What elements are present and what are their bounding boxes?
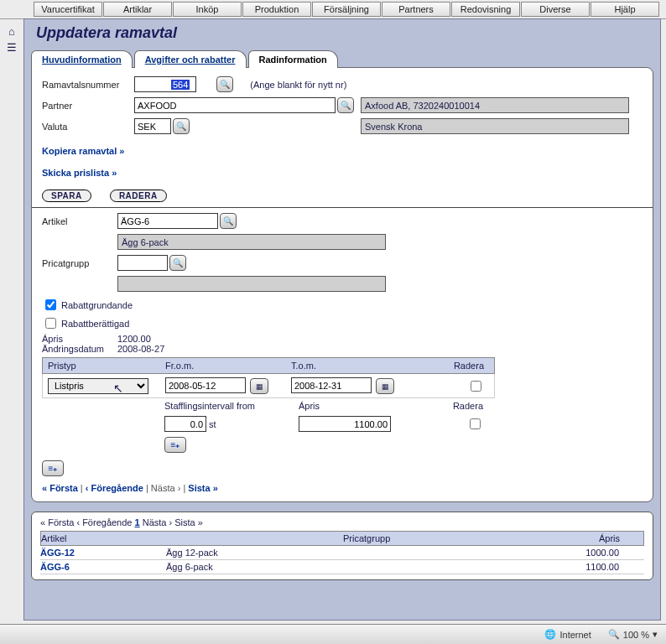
status-zoom[interactable]: 🔍 100 % ▾ (608, 629, 658, 640)
row-apris: 1000.00 (485, 548, 619, 558)
lp-prev[interactable]: ‹ Föregående (76, 517, 132, 527)
qty-unit: st (209, 419, 216, 429)
pricat-lookup-icon[interactable]: 🔍 (169, 255, 186, 271)
menu-hjalp[interactable]: Hjälp (591, 2, 659, 17)
ramavtal-input[interactable]: 564 (171, 80, 190, 90)
ramavtal-label: Ramavtalsnummer (42, 80, 134, 90)
status-zone: 🌐 Internet (544, 629, 591, 640)
price-input[interactable] (299, 416, 391, 432)
changed-value: 2008-08-27 (117, 344, 164, 354)
hdr-pristyp: Pristyp (48, 361, 165, 371)
rabattberattigad-checkbox[interactable] (45, 318, 56, 329)
hdr-stafling: Stafflingsintervall from (164, 401, 299, 411)
changed-label: Ändringsdatum (42, 344, 117, 354)
send-prislista-link[interactable]: Skicka prislista » (42, 168, 117, 178)
rabattgrundande-checkbox[interactable] (45, 299, 56, 310)
from-date-picker-icon[interactable]: ▦ (250, 378, 268, 394)
valuta-readout: Svensk Krona (361, 118, 629, 134)
menu-partners[interactable]: Partners (382, 2, 450, 17)
partner-lookup-icon[interactable]: 🔍 (337, 97, 354, 113)
statusbar: 🌐 Internet 🔍 100 % ▾ (0, 624, 666, 644)
record-pager: « Första | ‹ Föregående | Nästa › | Sist… (42, 483, 643, 493)
artikel-desc: Ägg 6-pack (117, 234, 386, 250)
hdr-from: Fr.o.m. (165, 361, 291, 371)
to-date-input[interactable] (291, 377, 372, 393)
rabattberattigad-label: Rabattberättigad (61, 319, 129, 329)
menu-forsaljning[interactable]: Försäljning (312, 2, 381, 17)
stafling-row: st (159, 413, 495, 434)
pricegrid-row: Listpris ▦ ▦ (42, 374, 495, 398)
lp-next[interactable]: Nästa › (143, 517, 172, 527)
pager-next: Nästa › (151, 483, 180, 493)
sidebar-icons: ⌂ ☰ (3, 25, 20, 57)
valuta-label: Valuta (42, 122, 134, 132)
add-price-row-icon[interactable]: ≡₊ (42, 460, 64, 476)
stafling-addrow: ≡₊ (159, 434, 495, 455)
to-date-picker-icon[interactable]: ▦ (376, 378, 394, 394)
delete-button[interactable]: RADERA (110, 190, 167, 202)
valuta-input[interactable] (134, 118, 171, 134)
globe-icon: 🌐 (544, 629, 556, 640)
lp-first[interactable]: « Första (40, 517, 74, 527)
artikel-lookup-icon[interactable]: 🔍 (220, 213, 237, 229)
menu-produktion[interactable]: Produktion (242, 2, 311, 17)
artikel-input[interactable] (117, 213, 218, 229)
lh-blank (167, 533, 343, 543)
ramavtal-hint: (Ange blankt för nytt nr) (250, 80, 346, 90)
table-row: ÄGG-12 Ägg 12-pack 1000.00 (40, 546, 644, 560)
row-code[interactable]: ÄGG-6 (40, 562, 166, 572)
apris-label: Ápris (42, 334, 117, 344)
home-icon[interactable]: ⌂ (3, 25, 20, 38)
menu-inkop[interactable]: Inköp (173, 2, 242, 17)
row-code[interactable]: ÄGG-12 (40, 548, 166, 558)
row-desc: Ägg 12-pack (166, 548, 342, 558)
hdr-apris2: Ápris (299, 401, 433, 411)
tab-avgifter[interactable]: Avgifter och rabatter (134, 50, 247, 68)
valuta-lookup-icon[interactable]: 🔍 (173, 118, 190, 134)
partner-input[interactable] (134, 97, 336, 113)
partner-label: Partner (42, 101, 134, 111)
tab-radinformation[interactable]: Radinformation (248, 50, 338, 68)
list-pager: « Första ‹ Föregående 1 Nästa › Sista » (40, 517, 644, 527)
pager-prev[interactable]: ‹ Föregående (86, 483, 143, 493)
lh-pricat: Pricatgrupp (343, 533, 486, 543)
save-button[interactable]: SPARA (42, 190, 91, 202)
lh-apris: Ápris (486, 533, 620, 543)
rabattgrundande-label: Rabattgrundande (61, 300, 133, 310)
tab-huvudinformation[interactable]: Huvudinformation (31, 50, 133, 68)
row-delete-checkbox[interactable] (471, 381, 481, 392)
zoom-value: 100 % (623, 630, 649, 640)
row-grp (342, 562, 485, 572)
partner-readout: Axfood AB, 7320240010014 (361, 97, 629, 113)
row-apris: 1100.00 (485, 562, 619, 572)
copy-ramavtal-link[interactable]: Kopiera ramavtal » (42, 146, 124, 156)
lp-last[interactable]: Sista » (174, 517, 203, 527)
pager-last[interactable]: Sista » (188, 483, 217, 493)
table-row: ÄGG-6 Ägg 6-pack 1100.00 (40, 560, 644, 574)
apris-value: 1200.00 (117, 334, 151, 344)
stafling-header: Stafflingsintervall from Ápris Radera (159, 398, 495, 413)
stafling-delete-checkbox[interactable] (470, 418, 481, 429)
artikel-label: Artikel (42, 216, 117, 226)
from-date-input[interactable] (165, 377, 246, 393)
list-icon[interactable]: ☰ (3, 41, 20, 54)
page-title: Uppdatera ramavtal (36, 24, 653, 42)
pricegrid-header: Pristyp Fr.o.m. T.o.m. Radera (42, 357, 495, 374)
pristyp-select[interactable]: Listpris (48, 378, 148, 394)
row-grp (342, 548, 485, 558)
row-desc: Ägg 6-pack (166, 562, 342, 572)
pager-first[interactable]: « Första (42, 483, 78, 493)
menu-varucertifikat[interactable]: Varucertifikat (34, 2, 102, 17)
ramavtal-lookup-icon[interactable]: 🔍 (216, 76, 233, 92)
pricat-input[interactable] (117, 255, 168, 271)
menu-artiklar[interactable]: Artiklar (103, 2, 172, 17)
hdr-radera2: Radera (433, 401, 483, 411)
add-stafling-row-icon[interactable]: ≡₊ (164, 437, 186, 453)
menu-diverse[interactable]: Diverse (521, 2, 590, 17)
lp-page[interactable]: 1 (135, 517, 140, 527)
qty-input[interactable] (164, 416, 206, 432)
menu-redovisning[interactable]: Redovisning (451, 2, 520, 17)
status-zone-label: Internet (559, 630, 591, 640)
page: Uppdatera ramavtal Huvudinformation Avgi… (23, 18, 661, 621)
main-panel: Ramavtalsnummer 564 🔍 (Ange blankt för n… (31, 67, 653, 502)
